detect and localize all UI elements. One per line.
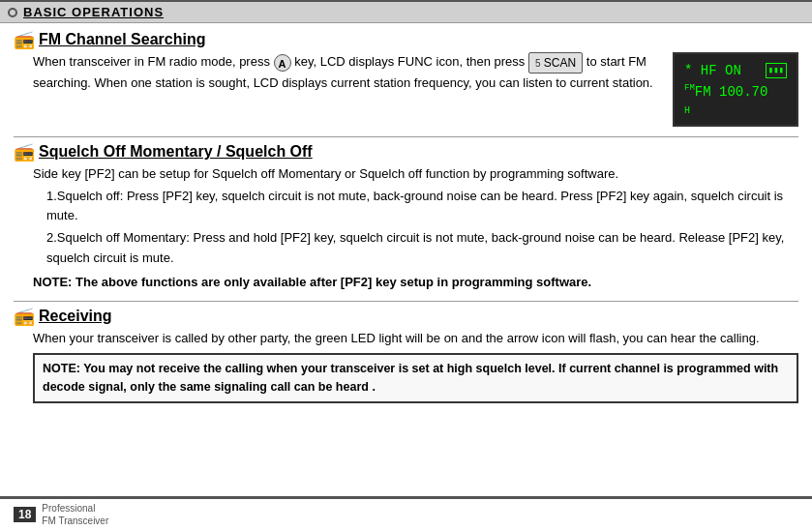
fm-section-heading: 📻 FM Channel Searching <box>14 31 798 48</box>
scan-key: 5 SCAN <box>528 52 583 74</box>
page-number: 18 <box>14 507 36 522</box>
fm-body: When transceiver in FM radio mode, press… <box>14 52 798 127</box>
footer-line2: FM Transceiver <box>42 515 108 527</box>
header-title: BASIC OPERATIONS <box>23 5 164 19</box>
fm-text: When transceiver in FM radio mode, press… <box>33 52 663 127</box>
squelch-intro: Side key [PF2] can be setup for Squelch … <box>33 164 798 185</box>
fm-section: 📻 FM Channel Searching When transceiver … <box>14 31 798 127</box>
squelch-section-heading: 📻 Squelch Off Momentary / Squelch Off <box>14 143 798 161</box>
receiving-text: When your transceiver is called by other… <box>33 329 798 349</box>
fm-display-sub: H <box>684 103 787 119</box>
divider2 <box>14 301 798 302</box>
squelch-section-title: Squelch Off Momentary / Squelch Off <box>39 143 313 161</box>
receiving-section-heading: 📻 Receiving <box>14 308 798 325</box>
squelch-item1: 1.Squelch off: Press [PF2] key, squelch … <box>33 187 798 227</box>
receiving-note-box: NOTE: You may not receive the calling wh… <box>33 353 798 403</box>
footer-line1: Professional <box>42 502 108 515</box>
squelch-item2: 2.Squelch off Momentary: Press and hold … <box>33 228 798 269</box>
fm-text-part2: key, LCD displays FUNC icon, then press <box>291 54 528 69</box>
fm-display-line2: FMFM 100.70 <box>684 81 787 103</box>
receiving-section: 📻 Receiving When your transceiver is cal… <box>14 308 798 403</box>
fm-text-part1: When transceiver in FM radio mode, press <box>33 54 274 69</box>
fm-display: * HF ON ▮▮▮ FMFM 100.70 H <box>673 52 798 127</box>
footer: 18 Professional FM Transceiver <box>0 496 812 530</box>
divider1 <box>14 136 798 137</box>
receiving-section-title: Receiving <box>39 308 112 325</box>
func-key-icon: A <box>274 54 291 72</box>
header-circle-icon <box>8 8 17 17</box>
main-content: 📻 FM Channel Searching When transceiver … <box>0 23 812 419</box>
squelch-body: Side key [PF2] can be setup for Squelch … <box>14 164 798 293</box>
antenna-icon-2: 📻 <box>14 143 35 161</box>
fm-section-title: FM Channel Searching <box>39 31 205 48</box>
antenna-icon: 📻 <box>14 31 35 48</box>
squelch-section: 📻 Squelch Off Momentary / Squelch Off Si… <box>14 143 798 293</box>
receiving-body: When your transceiver is called by other… <box>14 329 798 403</box>
fm-display-top: * HF ON ▮▮▮ <box>684 60 787 81</box>
antenna-icon-3: 📻 <box>14 308 35 325</box>
fm-battery-icon: ▮▮▮ <box>766 63 787 78</box>
header-bar: BASIC OPERATIONS <box>0 0 812 23</box>
receiving-note: NOTE: You may not receive the calling wh… <box>43 362 778 394</box>
fm-display-line1: * HF ON <box>684 60 741 81</box>
squelch-note: NOTE: The above functions are only avail… <box>33 273 798 293</box>
footer-text: Professional FM Transceiver <box>42 502 108 527</box>
